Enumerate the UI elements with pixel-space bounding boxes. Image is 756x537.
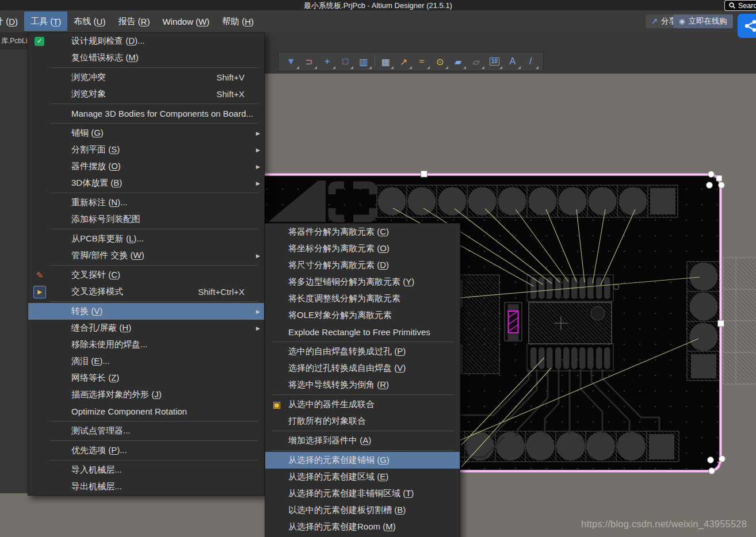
menu-separator bbox=[50, 301, 258, 302]
search-box[interactable]: Search bbox=[724, 0, 756, 11]
filter-icon[interactable]: ▼ bbox=[282, 53, 300, 70]
menu-item-convert[interactable]: 转换 (V)▶ bbox=[28, 303, 264, 320]
menu-item-optimize-component-rotation[interactable]: Optimize Component Rotation bbox=[28, 403, 264, 420]
menu-item-create-polygon-from-selection[interactable]: 从选择的元素创建铺铜 (G) bbox=[265, 452, 460, 469]
place-component-icon[interactable]: ▥ bbox=[355, 53, 372, 70]
polygon-pour-icon[interactable]: ▰ bbox=[450, 53, 467, 70]
menu-item-design-rule-check[interactable]: ✓设计规则检查 (D)... bbox=[28, 33, 264, 49]
share-arrow-icon: ↗ bbox=[651, 17, 658, 26]
snap-magnet-icon[interactable]: ⊃ bbox=[301, 53, 318, 70]
menu-item-net-length-equalization[interactable]: 网络等长 (Z) bbox=[28, 370, 264, 386]
menu-item-testpoint-manager[interactable]: 测试点管理器... bbox=[28, 423, 264, 439]
submenu-arrow-icon: ▶ bbox=[256, 181, 260, 186]
text-string-icon[interactable]: A bbox=[504, 53, 521, 70]
menu-item-selected-tracks-to-chamfer[interactable]: 将选中导线转换为倒角 (R) bbox=[265, 377, 460, 393]
menu-item-import-mechanical-layers[interactable]: 导入机械层... bbox=[28, 462, 264, 478]
ic-component[interactable] bbox=[527, 275, 619, 371]
slice-icon[interactable]: ▱ bbox=[468, 53, 485, 70]
menubar-item-reports[interactable]: 报告 (R) bbox=[112, 11, 156, 31]
menu-item-label: 转换 (V) bbox=[71, 306, 102, 317]
window-title: 最小系统板.PrjPcb - Altium Designer (21.5.1) bbox=[304, 1, 452, 11]
menu-item-label: 重新标注 (N)... bbox=[71, 197, 128, 208]
menu-item-preferences[interactable]: 优先选项 (P)... bbox=[28, 442, 264, 459]
right-pad-column[interactable] bbox=[687, 262, 720, 381]
menu-item-explode-polygon-to-primitives[interactable]: 将多边型铺铜分解为离散元素 (Y) bbox=[265, 274, 460, 290]
menu-item-pin-part-swapping[interactable]: 管脚/部件 交换 (W)▶ bbox=[28, 247, 264, 264]
menu-item-3d-body-placement[interactable]: 3D体放置 (B)▶ bbox=[28, 175, 264, 191]
menu-item-cross-select-mode[interactable]: ▶交叉选择模式Shift+Ctrl+X bbox=[28, 283, 264, 300]
menu-item-label: 导入机械层... bbox=[71, 465, 122, 475]
menu-item-label: 将选中导线转换为倒角 (R) bbox=[288, 379, 389, 390]
altium-designer-window: { "title_bar": { "title": "最小系统板.PrjPcb … bbox=[0, 0, 756, 537]
select-region-icon[interactable]: □ bbox=[337, 53, 354, 70]
menubar-item-design[interactable]: 计 (D) bbox=[0, 11, 24, 31]
menu-item-explode-dimension-to-primitives[interactable]: 将尺寸分解为离散元素 (D) bbox=[265, 257, 460, 274]
ic-chip-icon[interactable]: ▦ bbox=[377, 53, 395, 70]
menu-item-reset-error-markers[interactable]: 复位错误标志 (M) bbox=[28, 49, 264, 66]
menu-bar-items: 计 (D)工具 (T)布线 (U)报告 (R)Window (W)帮助 (H) bbox=[0, 11, 260, 31]
menu-item-label: 打散所有的对象联合 bbox=[288, 416, 366, 427]
menu-item-selected-pads-to-vias[interactable]: 选中的自由焊盘转换成过孔 (P) bbox=[265, 343, 460, 360]
text-string-icon-glyph: A bbox=[509, 56, 516, 67]
menu-item-explode-ole-to-primitives[interactable]: 将OLE对象分解为离散元素 bbox=[265, 307, 460, 324]
menu-item-add-selection-to-component[interactable]: 增加选择到器件中 (A) bbox=[265, 432, 460, 449]
menu-item-create-region-from-selection[interactable]: 从选择的元素创建区域 (E) bbox=[265, 469, 460, 485]
menu-item-create-room-from-selection[interactable]: 从选择的元素创建Room (M) bbox=[265, 519, 460, 535]
menu-item-label: 铺铜 (G) bbox=[71, 128, 104, 139]
menubar-item-help[interactable]: 帮助 (H) bbox=[216, 11, 260, 31]
via-icon[interactable]: ⊙ bbox=[432, 53, 449, 70]
interactive-route-icon[interactable]: ↗ bbox=[395, 53, 413, 70]
menu-item-browse-objects[interactable]: 浏览对象Shift+X bbox=[28, 86, 264, 102]
menu-item-manage-3d-bodies[interactable]: Manage 3D Bodies for Components on Board… bbox=[28, 105, 264, 122]
menu-item-explode-component-to-primitives[interactable]: 将器件分解为离散元素 (C) bbox=[265, 224, 460, 240]
menu-item-explode-rectangle-to-primitives[interactable]: Explode Rectangle to Free Primitives bbox=[265, 324, 460, 340]
menu-item-teardrops[interactable]: 滴泪 (E)... bbox=[28, 353, 264, 370]
buy-online-button[interactable]: ◉ 立即在线购 bbox=[673, 14, 733, 28]
altium-365-button[interactable] bbox=[738, 14, 756, 38]
menu-item-selected-vias-to-pads[interactable]: 选择的过孔转换成自由焊盘 (V) bbox=[265, 360, 460, 377]
length-tuning-icon[interactable]: ≈ bbox=[414, 53, 431, 70]
slice-icon-glyph: ▱ bbox=[473, 56, 480, 67]
menu-item-add-designators-to-assembly[interactable]: 添加标号到装配图 bbox=[28, 211, 264, 228]
menu-item-remove-unused-pad-shapes[interactable]: 移除未使用的焊盘... bbox=[28, 336, 264, 353]
probe-icon: ✎ bbox=[33, 270, 46, 281]
menu-separator bbox=[50, 440, 258, 441]
via-icon-glyph: ⊙ bbox=[436, 56, 444, 67]
menu-item-browse-violations[interactable]: 浏览冲突Shift+V bbox=[28, 69, 264, 86]
crosshair-icon[interactable]: + bbox=[319, 53, 336, 70]
menubar-item-tools[interactable]: 工具 (T) bbox=[24, 11, 67, 31]
menu-item-shortcut: Shift+X bbox=[216, 89, 258, 99]
menu-item-explode-coordinate-to-primitives[interactable]: 将坐标分解为离散元素 (O) bbox=[265, 240, 460, 257]
menu-item-outline-selected-objects[interactable]: 描画选择对象的外形 (J) bbox=[28, 386, 264, 403]
menu-item-stitching-shielding[interactable]: 缝合孔/屏蔽 (H)▶ bbox=[28, 320, 264, 336]
menu-item-update-from-pcb-libraries[interactable]: 从PCB库更新 (L)... bbox=[28, 231, 264, 247]
submenu-arrow-icon: ▶ bbox=[256, 253, 260, 259]
room-icon[interactable]: 10 bbox=[486, 53, 503, 70]
document-tab-pcblib[interactable]: 库.PcbLib bbox=[0, 32, 28, 49]
line-icon[interactable]: / bbox=[522, 53, 540, 70]
menu-item-component-placement[interactable]: 器件摆放 (O)▶ bbox=[28, 158, 264, 175]
menu-item-label: 交叉选择模式 bbox=[71, 286, 123, 297]
menu-item-explode-tuning-to-primitives[interactable]: 将长度调整线分解为离散元素 bbox=[265, 290, 460, 307]
menu-item-create-union-from-components[interactable]: ▣从选中的器件生成联合 bbox=[265, 396, 460, 413]
menu-separator bbox=[50, 229, 258, 229]
menu-item-label: 分割平面 (S) bbox=[71, 144, 120, 155]
menu-item-break-all-object-unions[interactable]: 打散所有的对象联合 bbox=[265, 413, 460, 429]
menu-separator bbox=[272, 394, 454, 395]
polygon-pour-icon-glyph: ▰ bbox=[455, 56, 461, 67]
menu-item-create-board-cutout-from-selection[interactable]: 以选中的元素创建板切割槽 (B) bbox=[265, 502, 460, 519]
menubar-item-window[interactable]: Window (W) bbox=[156, 11, 216, 31]
menu-item-label: 管脚/部件 交换 (W) bbox=[71, 250, 144, 261]
menubar-item-route[interactable]: 布线 (U) bbox=[67, 11, 112, 31]
top-pad-band[interactable] bbox=[377, 185, 678, 217]
menu-item-create-cutout-from-selection[interactable]: 从选择的元素创建非铺铜区域 (T) bbox=[265, 485, 460, 502]
menu-item-label: 从选择的元素创建非铺铜区域 (T) bbox=[288, 488, 414, 499]
menu-item-cross-probe[interactable]: ✎交叉探针 (C) bbox=[28, 267, 264, 283]
menu-item-label: 交叉探针 (C) bbox=[71, 270, 120, 281]
menu-item-label: 增加选择到器件中 (A) bbox=[288, 435, 371, 446]
menu-item-split-planes[interactable]: 分割平面 (S)▶ bbox=[28, 141, 264, 158]
menu-item-label: 从选择的元素创建区域 (E) bbox=[288, 471, 388, 482]
menu-item-re-annotate[interactable]: 重新标注 (N)... bbox=[28, 194, 264, 211]
menu-item-polygon-pours[interactable]: 铺铜 (G)▶ bbox=[28, 125, 264, 141]
menu-item-export-mechanical-layers[interactable]: 导出机械层... bbox=[28, 478, 264, 495]
